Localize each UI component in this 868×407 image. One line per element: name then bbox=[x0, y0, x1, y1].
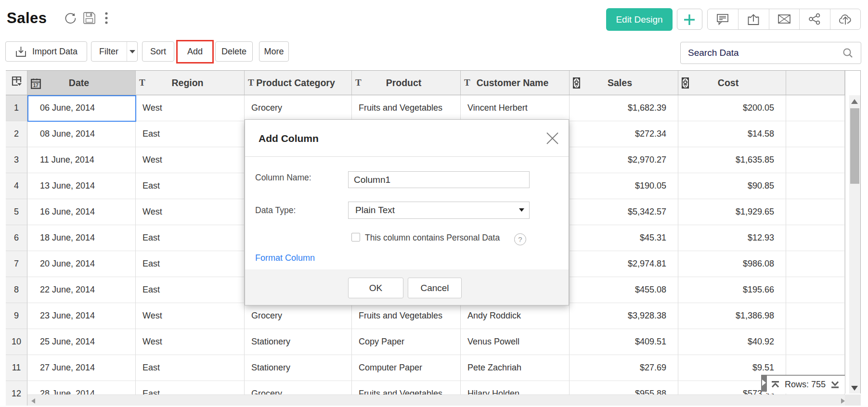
svg-text:17: 17 bbox=[33, 83, 39, 88]
